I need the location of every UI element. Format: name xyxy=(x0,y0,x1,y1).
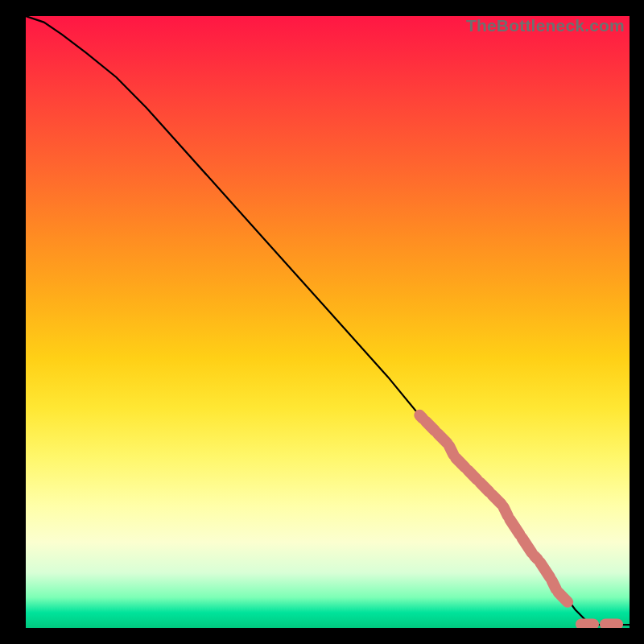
svg-line-5 xyxy=(468,470,477,480)
svg-line-14 xyxy=(559,592,568,602)
svg-line-4 xyxy=(456,458,464,468)
svg-line-10 xyxy=(522,538,531,553)
svg-line-2 xyxy=(438,434,447,444)
chart-frame: TheBottleneck.com xyxy=(0,0,644,644)
svg-line-1 xyxy=(426,421,435,431)
chart-overlay xyxy=(26,16,630,628)
plot-area: TheBottleneck.com xyxy=(26,16,630,628)
svg-line-6 xyxy=(480,482,489,492)
highlight-dashes xyxy=(419,415,617,625)
svg-line-12 xyxy=(540,563,550,578)
svg-line-9 xyxy=(510,519,519,535)
curve-line xyxy=(26,16,630,625)
svg-line-7 xyxy=(492,495,501,505)
